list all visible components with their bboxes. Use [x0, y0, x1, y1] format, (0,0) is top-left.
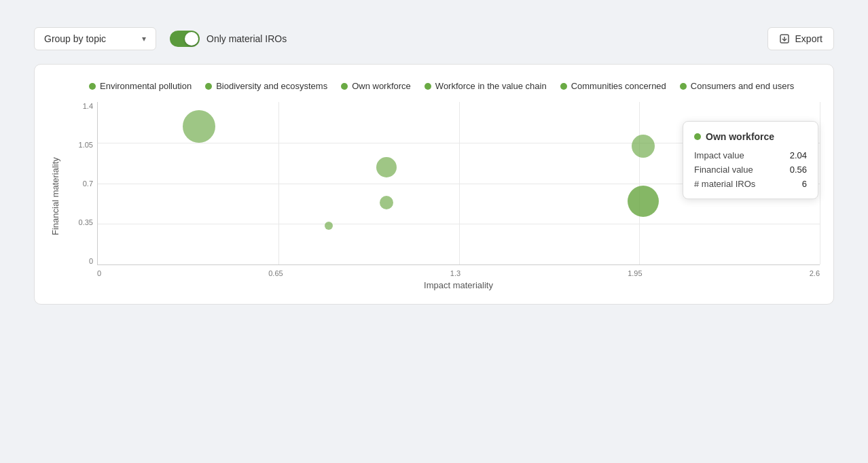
legend-dot-consumers [680, 83, 687, 90]
toolbar: Group by topic ▾ Only material IROs Expo… [34, 27, 834, 50]
legend-dot-workforce-vc [424, 83, 431, 90]
x-tick-0-65: 0.65 [268, 269, 283, 277]
legend-label-biodiversity: Biodiversity and ecosystems [216, 81, 327, 91]
y-tick-0: 0 [67, 257, 93, 265]
legend-item-env-pollution: Environmental pollution [89, 81, 192, 91]
tooltip-title-text: Own workforce [706, 131, 774, 142]
legend-dot-communities [560, 83, 567, 90]
legend-item-own-workforce: Own workforce [341, 81, 411, 91]
tooltip-row-iros: # material IROs 6 [694, 179, 807, 189]
y-tick-1-05: 1.05 [67, 141, 93, 149]
chart-legend: Environmental pollution Biodiversity and… [48, 81, 820, 91]
material-iros-toggle[interactable] [170, 31, 200, 47]
x-axis: 0 0.65 1.3 1.95 2.6 [97, 265, 820, 277]
y-tick-0-7: 0.7 [67, 179, 93, 188]
legend-dot-env-pollution [89, 83, 96, 90]
toggle-thumb [185, 32, 198, 46]
legend-dot-biodiversity [205, 83, 212, 90]
legend-item-biodiversity: Biodiversity and ecosystems [205, 81, 327, 91]
x-tick-1-3: 1.3 [450, 269, 460, 277]
plot-area: Own workforce Impact value 2.04 Financia… [97, 102, 820, 265]
y-axis-label: Financial materiality [48, 102, 62, 290]
legend-item-communities: Communities concerned [560, 81, 666, 91]
tooltip-value-financial: 0.56 [790, 165, 807, 175]
x-axis-label: Impact materiality [97, 280, 820, 290]
x-tick-2-6: 2.6 [810, 269, 820, 277]
bubble-consumers[interactable] [632, 135, 655, 158]
bubble-biodiversity[interactable] [376, 157, 397, 177]
bubble-workforce-vc[interactable] [380, 196, 393, 209]
group-by-label: Group by topic [44, 33, 106, 44]
legend-label-consumers: Consumers and end users [691, 81, 794, 91]
toggle-label: Only material IROs [206, 33, 287, 44]
legend-dot-own-workforce [341, 83, 348, 90]
tooltip-label-iros: # material IROs [694, 179, 755, 189]
legend-item-workforce-vc: Workforce in the value chain [424, 81, 547, 91]
grid-h-3 [98, 224, 820, 224]
tooltip-label-financial: Financial value [694, 165, 753, 175]
toggle-wrapper: Only material IROs [170, 31, 287, 47]
x-tick-1-95: 1.95 [628, 269, 642, 277]
legend-label-workforce-vc: Workforce in the value chain [435, 81, 547, 91]
bubble-env-pollution[interactable] [183, 110, 215, 143]
chart-inner: 1.4 1.05 0.7 0.35 0 [67, 102, 820, 290]
bubble-communities[interactable] [325, 222, 333, 230]
grid-v-4 [820, 102, 820, 264]
export-icon [779, 33, 790, 44]
chart-card: Environmental pollution Biodiversity and… [34, 64, 834, 305]
chevron-down-icon: ▾ [142, 34, 146, 44]
y-tick-0-35: 0.35 [67, 218, 93, 226]
group-by-dropdown[interactable]: Group by topic ▾ [34, 27, 156, 50]
bubble-own-workforce[interactable] [628, 186, 659, 217]
export-label: Export [795, 33, 822, 44]
tooltip-value-impact: 2.04 [790, 150, 807, 160]
tooltip-label-impact: Impact value [694, 150, 744, 160]
x-tick-0: 0 [97, 269, 101, 277]
tooltip-row-impact: Impact value 2.04 [694, 150, 807, 160]
tooltip-row-financial: Financial value 0.56 [694, 165, 807, 175]
y-ticks: 1.4 1.05 0.7 0.35 0 [67, 102, 93, 265]
chart-area: Financial materiality 1.4 1.05 0.7 0.35 … [48, 102, 820, 290]
y-tick-1-4: 1.4 [67, 102, 93, 110]
legend-label-env-pollution: Environmental pollution [100, 81, 192, 91]
tooltip-dot [694, 133, 701, 140]
bubble-tooltip: Own workforce Impact value 2.04 Financia… [683, 121, 818, 199]
tooltip-value-iros: 6 [802, 179, 807, 189]
legend-item-consumers: Consumers and end users [680, 81, 794, 91]
legend-label-own-workforce: Own workforce [352, 81, 411, 91]
legend-label-communities: Communities concerned [571, 81, 666, 91]
export-button[interactable]: Export [767, 27, 834, 50]
tooltip-title: Own workforce [694, 131, 807, 142]
page-container: Group by topic ▾ Only material IROs Expo… [0, 0, 868, 463]
